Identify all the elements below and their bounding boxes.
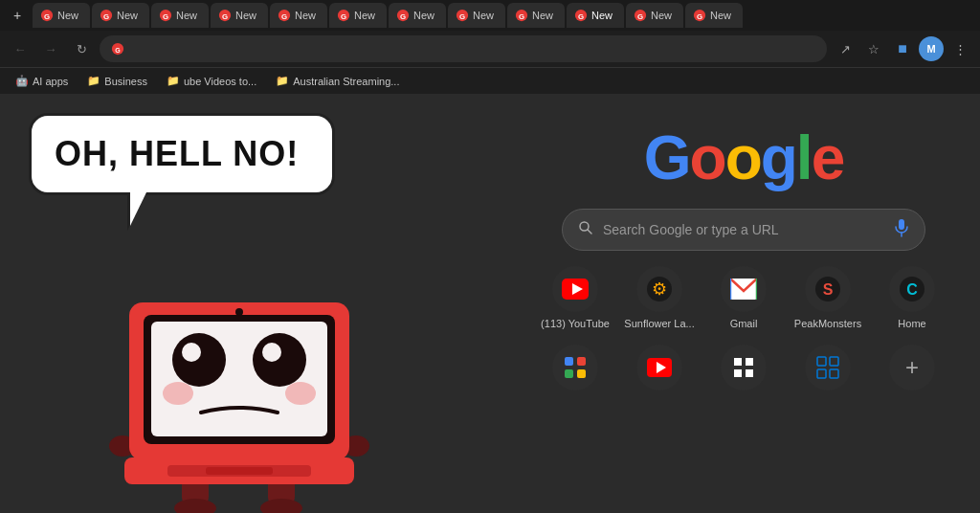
tab-item[interactable]: G New xyxy=(329,3,387,28)
svg-rect-65 xyxy=(577,369,586,378)
google-g2: g xyxy=(761,123,796,192)
character-area: OH, HELL NO! xyxy=(0,94,507,513)
svg-point-40 xyxy=(182,343,201,362)
svg-point-42 xyxy=(163,382,193,405)
google-apps-icon-wrap xyxy=(552,345,598,390)
bookmark-ai-apps[interactable]: 🤖 AI apps xyxy=(8,73,76,89)
quick-item-add-shortcut[interactable]: + xyxy=(874,345,950,396)
share-icon[interactable]: ↗ xyxy=(833,36,858,61)
quick-item-home[interactable]: C Home xyxy=(874,266,950,329)
tab-item[interactable]: G New xyxy=(151,3,209,28)
google-g: G xyxy=(644,123,690,192)
youtube-icon-wrap xyxy=(552,266,598,312)
tab-item[interactable]: G New xyxy=(33,3,90,28)
bookmark-icon[interactable]: ☆ xyxy=(861,36,886,61)
svg-text:G: G xyxy=(281,12,287,21)
quick-access-row2: + xyxy=(537,345,950,396)
back-button[interactable]: ← xyxy=(8,36,33,61)
search-placeholder: Search Google or type a URL xyxy=(603,222,884,237)
speech-text: OH, HELL NO! xyxy=(55,134,299,173)
svg-text:G: G xyxy=(400,12,406,21)
bookmark-youtube[interactable]: 📁 ube Videos to... xyxy=(159,73,264,89)
tab-label: New xyxy=(235,10,256,21)
browser-chrome: + G New G New G New G New G New G New G … xyxy=(0,0,980,94)
youtube2-icon-wrap xyxy=(636,345,682,390)
add-plus-icon: + xyxy=(905,356,919,379)
svg-text:C: C xyxy=(906,281,918,298)
tab-item[interactable]: G New xyxy=(92,3,149,28)
tab-item[interactable]: G New xyxy=(389,3,446,28)
svg-rect-68 xyxy=(734,358,742,366)
svg-rect-69 xyxy=(746,358,753,366)
svg-text:G: G xyxy=(44,12,50,21)
speech-bubble: OH, HELL NO! xyxy=(29,113,335,195)
tab-item[interactable]: G New xyxy=(270,3,327,28)
google-logo: Google xyxy=(644,123,843,193)
quick-item-misc[interactable] xyxy=(705,345,782,396)
tab-item[interactable]: G New xyxy=(507,3,565,28)
svg-rect-70 xyxy=(734,369,742,377)
quick-access-row1: (113) YouTube ⚙ Sunflower La... Gmail S … xyxy=(537,266,950,329)
svg-rect-74 xyxy=(817,369,826,378)
search-icon xyxy=(578,220,593,239)
laptop-character xyxy=(77,207,402,513)
svg-text:G: G xyxy=(637,12,643,21)
puzzle-icon-wrap xyxy=(805,345,851,390)
search-bar[interactable]: Search Google or type a URL xyxy=(562,209,925,251)
bookmark-folder-icon: 📁 xyxy=(276,75,289,87)
reload-button[interactable]: ↻ xyxy=(69,36,94,61)
svg-rect-36 xyxy=(151,322,327,436)
bookmark-business[interactable]: 📁 Business xyxy=(79,73,155,89)
quick-item-gmail[interactable]: Gmail xyxy=(705,266,782,329)
bookmark-folder-icon: 📁 xyxy=(167,75,180,87)
svg-rect-49 xyxy=(899,219,904,230)
mic-icon[interactable] xyxy=(894,218,909,242)
forward-button[interactable]: → xyxy=(38,36,63,61)
menu-icon[interactable]: ⋮ xyxy=(947,36,972,61)
tab-item[interactable]: G New xyxy=(626,3,683,28)
tab-label: New xyxy=(413,10,434,21)
svg-text:G: G xyxy=(103,12,109,21)
quick-item-google-apps[interactable] xyxy=(537,345,613,396)
svg-text:S: S xyxy=(823,281,834,298)
svg-point-43 xyxy=(285,382,316,405)
tab-label: New xyxy=(710,10,731,21)
sunflower-icon-wrap: ⚙ xyxy=(636,266,682,312)
home-icon-wrap: C xyxy=(889,266,935,312)
add-shortcut-icon-wrap: + xyxy=(889,345,935,390)
address-bar[interactable]: G xyxy=(100,35,827,62)
svg-rect-64 xyxy=(565,369,573,378)
svg-text:G: G xyxy=(222,12,228,21)
tab-label: New xyxy=(176,10,197,21)
tab-item[interactable]: G New xyxy=(211,3,268,28)
svg-rect-63 xyxy=(577,357,586,366)
bookmark-icon: 🤖 xyxy=(15,75,29,87)
tab-item-active[interactable]: G New xyxy=(567,3,624,28)
svg-text:G: G xyxy=(115,47,121,54)
quick-item-puzzle[interactable] xyxy=(790,345,866,396)
quick-item-youtube[interactable]: (113) YouTube xyxy=(537,266,613,329)
extension-icon[interactable]: ■ xyxy=(890,36,915,61)
quick-item-youtube2[interactable] xyxy=(621,345,698,396)
tab-item[interactable]: G New xyxy=(685,3,743,28)
svg-rect-46 xyxy=(206,467,273,475)
bookmark-folder-icon: 📁 xyxy=(87,75,100,87)
google-o1: o xyxy=(690,123,725,192)
tab-label: New xyxy=(117,10,138,21)
add-tab-button[interactable]: + xyxy=(4,4,31,27)
bookmark-streaming[interactable]: 📁 Australian Streaming... xyxy=(268,73,407,89)
bookmark-label: ube Videos to... xyxy=(184,76,256,87)
youtube-label: (113) YouTube xyxy=(541,318,610,329)
svg-text:G: G xyxy=(697,12,702,21)
svg-rect-73 xyxy=(830,357,838,366)
svg-rect-75 xyxy=(830,369,838,378)
gmail-icon-wrap xyxy=(721,266,767,312)
bookmark-label: Australian Streaming... xyxy=(293,76,399,87)
svg-text:G: G xyxy=(341,12,346,21)
address-bar-row: ← → ↻ G ↗ ☆ ■ M ⋮ xyxy=(0,31,980,67)
profile-avatar[interactable]: M xyxy=(919,36,944,61)
quick-item-peakmonsters[interactable]: S PeakMonsters xyxy=(790,266,866,329)
svg-point-33 xyxy=(260,499,302,513)
quick-item-sunflower[interactable]: ⚙ Sunflower La... xyxy=(621,266,698,329)
tab-item[interactable]: G New xyxy=(448,3,505,28)
